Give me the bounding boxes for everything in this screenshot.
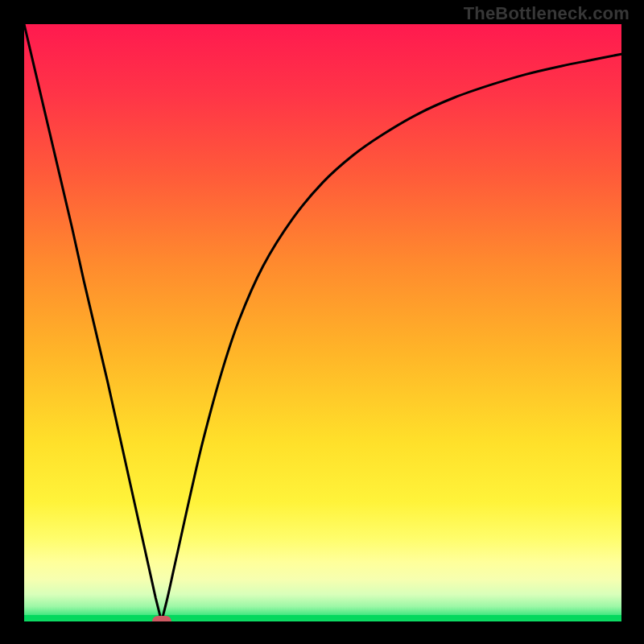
- chart-frame: TheBottleneck.com: [0, 0, 644, 644]
- bottleneck-curve: [24, 24, 621, 621]
- watermark-text: TheBottleneck.com: [464, 3, 630, 24]
- notch-marker: [152, 616, 171, 621]
- plot-area: [24, 24, 621, 621]
